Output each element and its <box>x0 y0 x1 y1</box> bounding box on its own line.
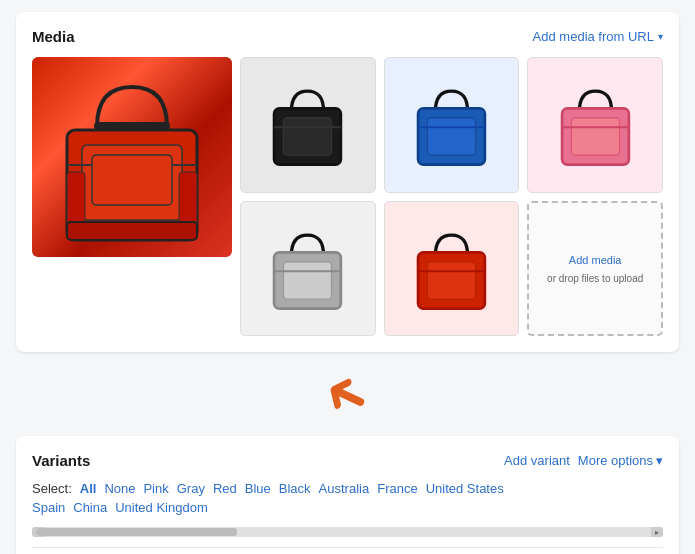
main-bag-illustration <box>32 57 232 257</box>
filter-none[interactable]: None <box>104 481 135 496</box>
svg-rect-7 <box>67 222 197 240</box>
select-label: Select: <box>32 481 72 496</box>
svg-rect-15 <box>571 118 619 155</box>
thumb-bag-gray-svg <box>254 215 361 322</box>
filter-china[interactable]: China <box>73 500 107 515</box>
variants-card: Variants Add variant More options ▾ Sele… <box>16 436 679 554</box>
media-grid: Add media or drop files to upload <box>32 57 663 336</box>
thumb-bag-red-svg <box>398 215 505 322</box>
select-filter-row: Select: All None Pink Gray Red Blue Blac… <box>32 481 663 496</box>
media-card: Media Add media from URL ▾ <box>16 12 679 352</box>
page-wrapper: Media Add media from URL ▾ <box>0 0 695 554</box>
thumbnail-blue[interactable] <box>384 57 520 193</box>
variants-title: Variants <box>32 452 90 469</box>
filter-all[interactable]: All <box>80 481 97 496</box>
media-card-header: Media Add media from URL ▾ <box>32 28 663 45</box>
svg-rect-5 <box>179 172 197 227</box>
filter-pink[interactable]: Pink <box>143 481 168 496</box>
filter-black[interactable]: Black <box>279 481 311 496</box>
svg-rect-9 <box>284 118 332 155</box>
add-variant-button[interactable]: Add variant <box>504 453 570 468</box>
main-product-image <box>32 57 232 257</box>
filter-united-states[interactable]: United States <box>426 481 504 496</box>
table-header: Color Ships From Price Q <box>32 547 663 554</box>
thumbnail-gray[interactable] <box>240 201 376 337</box>
filter-spain[interactable]: Spain <box>32 500 65 515</box>
thumbnail-black[interactable] <box>240 57 376 193</box>
filter-united-kingdom[interactable]: United Kingdom <box>115 500 208 515</box>
orange-arrow-icon: ➜ <box>312 352 382 437</box>
thumb-bag-black-svg <box>254 71 361 178</box>
arrow-container: ➜ <box>16 364 679 424</box>
upload-sub: or drop files to upload <box>547 273 643 284</box>
more-options-label: More options <box>578 453 653 468</box>
thumbnail-pink[interactable] <box>527 57 663 193</box>
svg-rect-12 <box>427 118 475 155</box>
scroll-right-arrow[interactable]: ▸ <box>651 527 663 537</box>
select-filter-row-2: Spain China United Kingdom <box>32 500 663 515</box>
horizontal-scrollbar[interactable]: ◂ ▸ <box>32 527 663 537</box>
variants-actions: Add variant More options ▾ <box>504 453 663 468</box>
thumbnail-grid: Add media or drop files to upload <box>240 57 663 336</box>
chevron-down-icon: ▾ <box>658 31 663 42</box>
scroll-thumb[interactable] <box>37 528 237 536</box>
chevron-down-icon: ▾ <box>656 453 663 468</box>
svg-rect-4 <box>67 172 85 227</box>
filter-red[interactable]: Red <box>213 481 237 496</box>
main-image-placeholder <box>32 57 232 257</box>
thumbnail-red[interactable] <box>384 201 520 337</box>
more-options-button[interactable]: More options ▾ <box>578 453 663 468</box>
svg-rect-21 <box>427 262 475 299</box>
filter-blue[interactable]: Blue <box>245 481 271 496</box>
filter-gray[interactable]: Gray <box>177 481 205 496</box>
thumb-bag-blue-svg <box>398 71 505 178</box>
svg-rect-18 <box>284 262 332 299</box>
filter-france[interactable]: France <box>377 481 417 496</box>
add-media-label: Add media from URL <box>533 29 654 44</box>
filter-australia[interactable]: Australia <box>319 481 370 496</box>
thumb-bag-pink-svg <box>542 71 649 178</box>
upload-media-button[interactable]: Add media or drop files to upload <box>527 201 663 337</box>
media-title: Media <box>32 28 75 45</box>
variants-header: Variants Add variant More options ▾ <box>32 452 663 469</box>
upload-label: Add media <box>569 253 622 268</box>
svg-rect-6 <box>92 155 172 205</box>
add-media-from-url-button[interactable]: Add media from URL ▾ <box>533 29 663 44</box>
